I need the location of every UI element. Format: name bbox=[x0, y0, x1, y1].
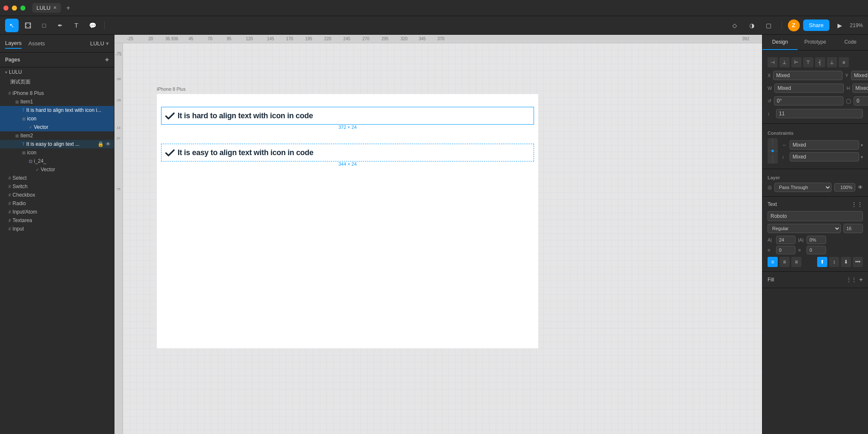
layer-icon-2[interactable]: ⊞ icon bbox=[0, 148, 114, 157]
text-more-button[interactable]: ••• bbox=[853, 257, 863, 267]
ruler-mark-37: 37 bbox=[117, 136, 120, 140]
text-section: Text ⋮⋮ Regular Bold Italic A| |A| bbox=[762, 197, 868, 272]
text-valign-middle-button[interactable]: ↕ bbox=[829, 257, 839, 267]
w-input[interactable] bbox=[774, 83, 844, 93]
add-tab-button[interactable]: + bbox=[66, 4, 70, 12]
canvas-content[interactable]: iPhone 8 Plus It is hard to align text w… bbox=[123, 43, 762, 434]
pen-tool[interactable]: ✒ bbox=[53, 19, 67, 32]
shape-tool[interactable]: □ bbox=[37, 19, 51, 32]
close-tab-icon[interactable]: ✕ bbox=[53, 5, 57, 11]
traffic-green[interactable] bbox=[20, 6, 25, 11]
text-align-center-button[interactable]: ≡ bbox=[779, 257, 790, 267]
page-item-lulu[interactable]: ▾ LULU bbox=[0, 67, 114, 77]
layer-vector-2[interactable]: ✓ Vector bbox=[0, 165, 114, 174]
layer-select[interactable]: # Select bbox=[0, 174, 114, 182]
tab-layers[interactable]: Layers bbox=[5, 38, 22, 49]
share-button[interactable]: Share bbox=[803, 19, 830, 31]
toolbar-separator-1 bbox=[104, 21, 105, 30]
tab-code[interactable]: Code bbox=[833, 35, 868, 50]
distribute-button[interactable]: ≡ bbox=[839, 57, 849, 67]
font-name-input[interactable] bbox=[768, 211, 863, 221]
item2-container[interactable]: It is easy to align text with icon in co… bbox=[161, 143, 534, 170]
line-height-input[interactable] bbox=[776, 246, 796, 254]
font-size-input[interactable] bbox=[843, 224, 863, 233]
traffic-red[interactable] bbox=[3, 6, 8, 11]
fill-section: Fill ⋮⋮ + bbox=[762, 272, 868, 288]
eye-icon[interactable]: 👁 bbox=[106, 141, 111, 147]
align-right-button[interactable]: ⊢ bbox=[791, 57, 801, 67]
letter-spacing-pct-input[interactable] bbox=[807, 236, 826, 244]
traffic-yellow[interactable] bbox=[12, 6, 17, 11]
blend-mode-select[interactable]: Pass Through Normal Multiply bbox=[774, 183, 832, 192]
h-input[interactable] bbox=[852, 83, 868, 93]
tab-prototype[interactable]: Prototype bbox=[798, 35, 833, 50]
constraint-h-input[interactable] bbox=[790, 140, 859, 150]
line-height-icon: ≡ bbox=[768, 248, 773, 253]
text-section-header: Text ⋮⋮ bbox=[768, 201, 863, 208]
file-chevron-icon[interactable]: ▾ bbox=[106, 40, 109, 47]
visibility-eye-icon[interactable]: 👁 bbox=[858, 184, 863, 190]
y-input[interactable] bbox=[851, 71, 868, 80]
align-left-button[interactable]: ⊣ bbox=[768, 57, 778, 67]
export-tool[interactable]: ▢ bbox=[762, 19, 776, 32]
components-tool[interactable]: ◇ bbox=[728, 19, 742, 32]
layer-radio[interactable]: # Radio bbox=[0, 199, 114, 208]
x-input[interactable] bbox=[773, 71, 843, 80]
titlebar: LULU ✕ + bbox=[0, 0, 868, 16]
layer-input-atom[interactable]: # Input/Atom bbox=[0, 208, 114, 216]
align-center-v-button[interactable]: ┤ bbox=[815, 57, 825, 67]
text-align-left-button[interactable]: ≡ bbox=[768, 257, 778, 267]
align-top-button[interactable]: ⊤ bbox=[803, 57, 813, 67]
item1-container[interactable]: It is hard to align text with icon in co… bbox=[161, 107, 534, 133]
layer-item2[interactable]: ⊞ Item2 bbox=[0, 131, 114, 140]
rotation-input[interactable] bbox=[774, 96, 843, 106]
letter-spacing-input[interactable] bbox=[776, 236, 796, 244]
appearance-tool[interactable]: ◑ bbox=[745, 19, 759, 32]
tab-design[interactable]: Design bbox=[762, 35, 798, 50]
lock-icon[interactable]: 🔒 bbox=[97, 141, 104, 147]
fill-add-button[interactable]: + bbox=[859, 276, 863, 284]
text-valign-top-button[interactable]: ⬆ bbox=[817, 257, 827, 267]
layer-checkbox[interactable]: # Checkbox bbox=[0, 191, 114, 199]
corner-input[interactable] bbox=[854, 96, 868, 106]
title-tab[interactable]: LULU ✕ bbox=[32, 3, 61, 13]
item1-text: It is hard to align text with icon in co… bbox=[178, 111, 313, 120]
constraint-v-chevron[interactable]: ▾ bbox=[861, 155, 863, 159]
constraint-v-input[interactable] bbox=[790, 152, 859, 161]
item2-row[interactable]: It is easy to align text with icon in co… bbox=[161, 144, 534, 161]
opacity-input[interactable] bbox=[834, 183, 855, 192]
text-section-more-icon[interactable]: ⋮⋮ bbox=[851, 201, 863, 208]
align-bottom-button[interactable]: ⊥ bbox=[827, 57, 837, 67]
text-valign-bottom-button[interactable]: ⬇ bbox=[841, 257, 851, 267]
page-item-test[interactable]: 测试页面 bbox=[0, 77, 114, 87]
tab-assets[interactable]: Assets bbox=[28, 39, 45, 48]
para-spacing-input[interactable] bbox=[807, 246, 826, 254]
text-align-right-button[interactable]: ≡ bbox=[791, 257, 801, 267]
add-page-button[interactable]: + bbox=[105, 56, 109, 64]
layer-text-hard[interactable]: T It is hard to align text with icon i..… bbox=[0, 106, 114, 114]
layer-item1[interactable]: ⊞ Item1 bbox=[0, 97, 114, 106]
spacing-input[interactable] bbox=[776, 109, 863, 118]
present-button[interactable]: ▶ bbox=[833, 19, 846, 32]
layer-icon-1[interactable]: ⊞ icon bbox=[0, 114, 114, 123]
layer-textarea[interactable]: # Textarea bbox=[0, 216, 114, 225]
layer-i24[interactable]: ⊡ i_24_ bbox=[0, 157, 114, 165]
layer-input-icon: # bbox=[8, 227, 11, 231]
item1-row[interactable]: It is hard to align text with icon in co… bbox=[161, 107, 534, 125]
iphone-frame[interactable]: iPhone 8 Plus It is hard to align text w… bbox=[157, 94, 538, 348]
constraint-h-chevron[interactable]: ▾ bbox=[861, 143, 863, 147]
layer-vector-1[interactable]: ✓ Vector bbox=[0, 123, 114, 131]
comment-tool[interactable]: 💬 bbox=[86, 19, 99, 32]
align-center-h-button[interactable]: ⊥ bbox=[779, 57, 790, 67]
layer-text-easy[interactable]: T It is easy to align text ... 🔒 👁 bbox=[0, 140, 114, 148]
layer-switch[interactable]: # Switch bbox=[0, 182, 114, 191]
font-style-select[interactable]: Regular Bold Italic bbox=[768, 224, 841, 233]
h-label: H bbox=[846, 86, 850, 91]
text-tool[interactable]: T bbox=[70, 19, 83, 32]
select-tool[interactable]: ↖ bbox=[5, 19, 19, 32]
layer-input[interactable]: # Input bbox=[0, 225, 114, 233]
fill-grid-icon[interactable]: ⋮⋮ bbox=[846, 277, 857, 283]
layer-iphone-frame[interactable]: # iPhone 8 Plus bbox=[0, 89, 114, 97]
frame-tool[interactable] bbox=[21, 19, 35, 32]
canvas[interactable]: -25 20 36.936 45 70 95 120 145 170 195 2… bbox=[114, 35, 762, 434]
